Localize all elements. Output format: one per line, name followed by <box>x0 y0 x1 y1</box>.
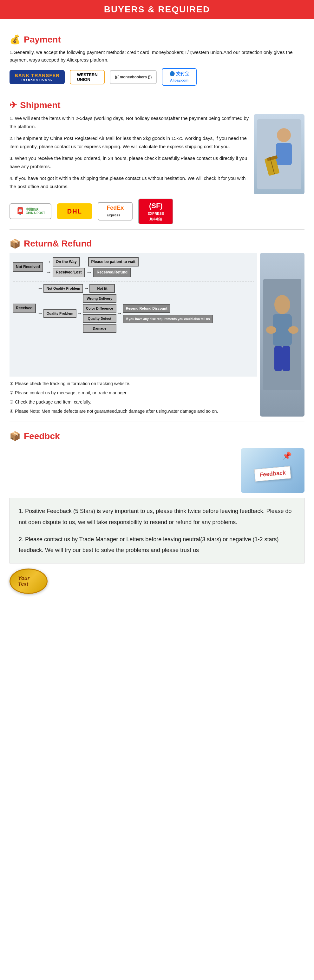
your-text-area: Your Text <box>10 568 304 594</box>
not-received-node: Not Received <box>13 262 43 272</box>
shipment-person-image <box>254 114 304 194</box>
quality-problem-node: Quality Problem <box>43 309 76 318</box>
feedback-card: Feedback <box>254 466 291 482</box>
feedback-title-text: Feedbck <box>24 431 60 441</box>
return-flow-area: Not Received → On the Way → Please be pa… <box>10 253 257 417</box>
shipment-text-3: 3. When you receive the items you ordere… <box>10 154 251 170</box>
feedback-item-1: 1. Positive Feedback (5 Stars) is very i… <box>19 506 295 527</box>
else-requirements-node: If you have any else requirements you co… <box>123 315 213 323</box>
return-refund-section-title: 📦 Return& Refund <box>10 239 304 249</box>
not-quality-node: Not Quality Problem <box>43 284 83 293</box>
on-the-way-node: On the Way <box>53 257 80 267</box>
arrow5: → <box>38 286 43 291</box>
return-refund-title-text: Return& Refund <box>24 239 92 249</box>
bank-transfer-big-text: BANK TRANSFER <box>14 73 60 78</box>
shipment-with-image: 1. We will sent the items within 2-5days… <box>10 114 304 194</box>
sf-express-text: (SF) EXPRESS 顺丰速运 <box>147 201 164 221</box>
moneybookers-text: ((( moneybookers ))) <box>115 75 152 79</box>
shipment-section-title: ✈ Shipment <box>10 100 304 110</box>
svg-point-9 <box>266 326 276 334</box>
china-post-icon: 📮 <box>16 207 24 215</box>
arrow2: → <box>81 259 87 265</box>
dhl-logo: DHL <box>57 204 92 219</box>
arrow4: → <box>86 269 92 276</box>
feedback-card-label: Feedback <box>259 469 286 478</box>
moneybookers-logo: ((( moneybookers ))) <box>110 70 157 84</box>
fedex-logo: FedExExpress <box>98 202 133 221</box>
feedback-icon: 📦 <box>10 431 21 441</box>
dhl-text: DHL <box>67 208 82 215</box>
fedex-text: FedExExpress <box>106 205 124 218</box>
payment-logos-row: BANK TRANSFER INTERNATIONAL WESTERNUNION… <box>10 68 304 86</box>
svg-point-10 <box>288 326 298 334</box>
shipment-text-1: 1. We will sent the items within 2-5days… <box>10 114 251 130</box>
please-wait-node: Please be patient to wait <box>88 257 139 267</box>
shipment-title-text: Shipment <box>20 100 60 110</box>
payment-description: 1.Generally, we accept the following pay… <box>10 49 304 64</box>
payment-title-text: Payment <box>24 35 61 45</box>
shipment-texts: 1. We will sent the items within 2-5days… <box>10 114 251 194</box>
return-note-4: ④ Please Note: Men made defects are not … <box>10 407 257 415</box>
western-union-logo: WESTERNUNION <box>70 70 105 84</box>
feedback-image: 📌 Feedback <box>241 448 304 493</box>
return-note-3: ③ Check the package and Item, carefully. <box>10 398 257 406</box>
received-lost-node: Received/Lost <box>53 268 85 277</box>
arrow3: → <box>46 269 51 276</box>
return-refund-icon: 📦 <box>10 239 21 249</box>
feedback-pin: 📌 <box>282 452 292 460</box>
return-note-2: ② Please contact us by meesage, e-mail, … <box>10 389 257 397</box>
return-hands-image <box>260 253 304 417</box>
feedback-section-title: 📦 Feedbck <box>10 431 304 441</box>
feedback-header-row: 📌 Feedback <box>10 445 304 493</box>
china-post-logo: 📮 中国邮政 CHINA POST <box>10 204 51 219</box>
western-union-text: WESTERNUNION <box>77 72 98 82</box>
return-notes: ① Please check the tracking in formation… <box>10 380 257 415</box>
arrow9: → <box>117 310 122 316</box>
shipment-text-2: 2.The shipment by China Post Registered … <box>10 134 251 150</box>
return-note-1: ① Please check the tracking in formation… <box>10 380 257 388</box>
feedback-content-box: 1. Positive Feedback (5 Stars) is very i… <box>10 498 304 563</box>
received-node: Received <box>13 304 36 313</box>
svg-point-1 <box>277 128 291 142</box>
resend-refund-node: Resend Refund Discount <box>123 304 171 313</box>
svg-rect-2 <box>276 143 292 165</box>
flow-separator <box>13 281 254 282</box>
svg-point-7 <box>274 295 290 314</box>
arrow7: → <box>38 310 43 316</box>
payment-section-title: 💰 Payment <box>10 34 304 45</box>
bank-transfer-small-text: INTERNATIONAL <box>22 78 53 81</box>
quality-defect-node: Quality Defect <box>83 314 116 323</box>
svg-rect-12 <box>282 346 290 371</box>
feedback-item-2: 2. Please contact us by Trade Manager or… <box>19 534 295 555</box>
shipping-logos-row: 📮 中国邮政 CHINA POST DHL FedExExpress (SF) … <box>10 199 304 224</box>
return-refund-content: Not Received → On the Way → Please be pa… <box>10 253 304 417</box>
main-content: 💰 Payment 1.Generally, we accept the fol… <box>0 19 314 600</box>
wrong-delivery-node: Wrong Delivery <box>83 294 116 303</box>
flowchart-container: Not Received → On the Way → Please be pa… <box>10 253 257 377</box>
china-post-text: 中国邮政 CHINA POST <box>26 207 45 215</box>
not-fit-node: Not fit <box>89 284 115 293</box>
alipay-logo: 🔵 支付宝Alipay.com <box>162 68 197 86</box>
your-text-label: Your Text <box>18 576 39 587</box>
sf-express-logo: (SF) EXPRESS 顺丰速运 <box>138 199 173 224</box>
shipment-text-4: 4. If you have not got it within the shi… <box>10 174 251 190</box>
arrow1: → <box>46 259 51 265</box>
arrow8: → <box>77 310 82 316</box>
shipment-icon: ✈ <box>10 100 17 110</box>
arrow6: → <box>84 286 89 291</box>
svg-rect-11 <box>274 346 282 371</box>
color-difference-node: Color Difference <box>83 304 116 313</box>
payment-icon: 💰 <box>10 34 21 45</box>
alipay-text: 🔵 支付宝Alipay.com <box>170 71 189 83</box>
page-header: BUYERS & REQUIRED <box>0 0 314 19</box>
damage-node: Damage <box>83 324 116 333</box>
received-refund-node: Received/Refund <box>93 268 131 277</box>
your-text-badge: Your Text <box>10 568 48 594</box>
bank-transfer-logo: BANK TRANSFER INTERNATIONAL <box>10 70 65 84</box>
